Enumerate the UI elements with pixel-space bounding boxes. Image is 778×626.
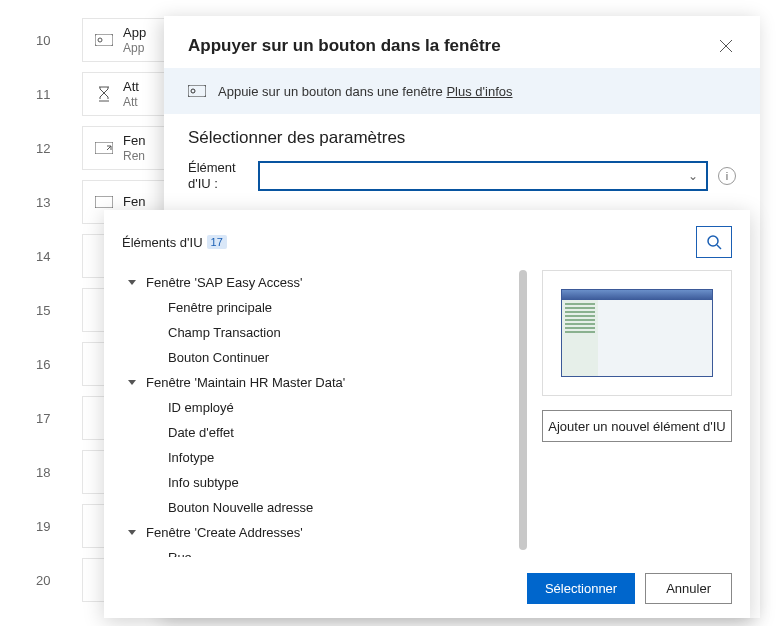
step-title: Att xyxy=(123,79,139,95)
modal-header: Appuyer sur un bouton dans la fenêtre xyxy=(164,16,760,68)
preview-thumbnail xyxy=(542,270,732,396)
step-sub: App xyxy=(123,41,146,55)
tree-item[interactable]: Rue xyxy=(122,545,510,557)
step-number: 17 xyxy=(36,411,50,426)
step-number: 11 xyxy=(36,87,50,102)
tree-item[interactable]: Fenêtre principale xyxy=(122,295,510,320)
tree-scrollbar[interactable] xyxy=(518,270,528,557)
info-icon[interactable]: i xyxy=(718,167,736,185)
tree-window-node[interactable]: Fenêtre 'Maintain HR Master Data' xyxy=(122,370,510,395)
modal-title: Appuyer sur un bouton dans la fenêtre xyxy=(188,36,501,56)
tree-item[interactable]: ID employé xyxy=(122,395,510,420)
svg-point-1 xyxy=(98,38,102,42)
resize-icon xyxy=(95,193,113,211)
info-bar: Appuie sur un bouton dans une fenêtre Pl… xyxy=(164,68,760,114)
params-section: Sélectionner des paramètres Élément d'IU… xyxy=(164,128,760,199)
step-title: Fen xyxy=(123,194,145,210)
add-ui-element-button[interactable]: Ajouter un nouvel élément d'IU xyxy=(542,410,732,442)
step-number: 20 xyxy=(36,573,50,588)
tree-item[interactable]: Champ Transaction xyxy=(122,320,510,345)
step-number: 15 xyxy=(36,303,50,318)
scrollbar-thumb[interactable] xyxy=(519,270,527,550)
svg-point-6 xyxy=(708,236,718,246)
info-text: Appuie sur un bouton dans une fenêtre Pl… xyxy=(218,84,513,99)
picker-count-badge: 17 xyxy=(207,235,227,249)
step-number: 19 xyxy=(36,519,50,534)
tree-item[interactable]: Bouton Continuer xyxy=(122,345,510,370)
step-sub: Ren xyxy=(123,149,145,163)
step-number: 14 xyxy=(36,249,50,264)
svg-rect-2 xyxy=(95,142,113,154)
step-title: Fen xyxy=(123,133,145,149)
step-number: 16 xyxy=(36,357,50,372)
step-number: 10 xyxy=(36,33,50,48)
more-info-link[interactable]: Plus d'infos xyxy=(446,84,512,99)
step-number: 13 xyxy=(36,195,50,210)
cancel-button[interactable]: Annuler xyxy=(645,573,732,604)
close-icon xyxy=(719,39,733,53)
tree-item[interactable]: Infotype xyxy=(122,445,510,470)
chevron-down-icon[interactable]: ⌄ xyxy=(688,169,698,183)
window-button-icon xyxy=(188,82,206,100)
picker-label: Éléments d'IU xyxy=(122,235,203,250)
resize-icon xyxy=(95,139,113,157)
select-button[interactable]: Sélectionner xyxy=(527,573,635,604)
step-sub: Att xyxy=(123,95,139,109)
ui-element-picker: Éléments d'IU 17 Fenêtre 'SAP Easy Acces… xyxy=(104,210,750,618)
params-heading: Sélectionner des paramètres xyxy=(188,128,736,160)
step-title: App xyxy=(123,25,146,41)
tree-window-node[interactable]: Fenêtre 'Create Addresses' xyxy=(122,520,510,545)
step-number: 12 xyxy=(36,141,50,156)
svg-point-5 xyxy=(191,89,195,93)
tree-item[interactable]: Info subtype xyxy=(122,470,510,495)
window-icon xyxy=(95,31,113,49)
search-icon xyxy=(706,234,722,250)
close-button[interactable] xyxy=(716,36,736,56)
ui-element-tree: Fenêtre 'SAP Easy Access' Fenêtre princi… xyxy=(122,270,518,557)
svg-rect-3 xyxy=(95,196,113,208)
ui-element-label: Élément d'IU : xyxy=(188,160,248,191)
tree-window-node[interactable]: Fenêtre 'SAP Easy Access' xyxy=(122,270,510,295)
hourglass-icon xyxy=(95,85,113,103)
tree-item[interactable]: Date d'effet xyxy=(122,420,510,445)
ui-element-dropdown[interactable]: ⌄ xyxy=(258,161,708,191)
search-button[interactable] xyxy=(696,226,732,258)
step-number: 18 xyxy=(36,465,50,480)
tree-item[interactable]: Bouton Nouvelle adresse xyxy=(122,495,510,520)
